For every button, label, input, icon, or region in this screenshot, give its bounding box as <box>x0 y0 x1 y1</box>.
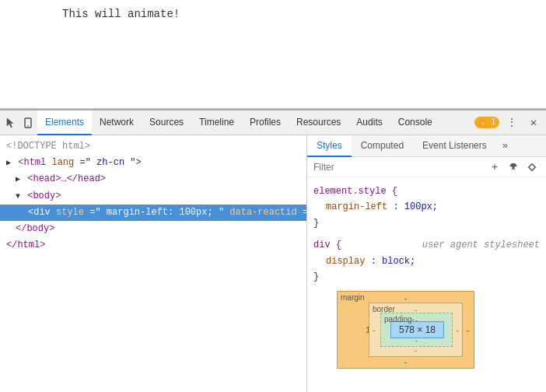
tab-console[interactable]: Console <box>390 110 440 135</box>
margin-bottom-value: - <box>404 357 408 366</box>
dom-line-body-open: ▼ <body> <box>0 188 306 205</box>
style-tab-styles[interactable]: Styles <box>307 135 352 157</box>
style-tab-computed[interactable]: Computed <box>352 135 413 157</box>
margin-right-value: - <box>466 325 469 334</box>
svg-rect-5 <box>529 163 535 170</box>
dom-line-html-close: </html> <box>0 237 306 254</box>
more-options-icon[interactable]: ⋮ <box>504 115 520 131</box>
pin-icon[interactable] <box>506 159 521 175</box>
main-page: This will animate! <box>0 0 546 109</box>
svg-marker-0 <box>7 118 13 128</box>
mobile-icon[interactable] <box>20 115 36 131</box>
html-arrow[interactable]: ▶ <box>6 159 11 167</box>
devtools-tab-bar: Elements Network Sources Timeline Profil… <box>37 110 474 135</box>
styles-panel: Styles Computed Event Listeners » + <box>307 135 546 392</box>
tab-profiles[interactable]: Profiles <box>242 110 289 135</box>
box-model-container: margin - - - 100 border - - - - <box>307 288 546 372</box>
styles-tabs: Styles Computed Event Listeners » <box>307 135 546 157</box>
styles-filter-toolbar: + <box>307 157 546 177</box>
head-arrow[interactable]: ▶ <box>16 175 20 184</box>
style-tab-event-listeners[interactable]: Event Listeners <box>413 135 496 157</box>
diamond-icon[interactable] <box>524 159 540 175</box>
styles-filter-input[interactable] <box>313 162 487 173</box>
box-model: margin - - - 100 border - - - - <box>337 291 474 369</box>
warning-badge: ! 1 <box>474 117 499 128</box>
styles-content: element.style { margin-left : 100px; } d… <box>307 177 546 392</box>
border-left-value: - <box>373 325 376 334</box>
style-rule-div: div { user agent stylesheet display : bl… <box>307 234 546 288</box>
tab-sources[interactable]: Sources <box>142 110 191 135</box>
dom-line-head: ▶ <head>…</head> <box>0 171 306 187</box>
dom-line-div-selected[interactable]: <div style =" margin-left: 100px; " data… <box>0 205 306 221</box>
page-main-text: This will animate! <box>62 8 180 20</box>
close-devtools-icon[interactable]: ✕ <box>526 115 541 131</box>
style-rule-element: element.style { margin-left : 100px; } <box>307 180 546 234</box>
tab-elements[interactable]: Elements <box>37 110 92 135</box>
tab-resources[interactable]: Resources <box>289 110 348 135</box>
warning-count: 1 <box>491 117 495 126</box>
style-tab-more[interactable]: » <box>496 138 514 155</box>
padding-top-value: - <box>415 315 418 324</box>
padding-box: padding- - - 578 × 18 <box>380 313 453 347</box>
dom-line-doctype: <!DOCTYPE html> <box>0 138 306 155</box>
padding-label: padding- <box>384 315 415 324</box>
svg-point-2 <box>27 125 29 127</box>
devtools-body: <!DOCTYPE html> ▶ <html lang =" zh-cn ">… <box>0 135 546 392</box>
tab-timeline[interactable]: Timeline <box>191 110 242 135</box>
dom-panel: <!DOCTYPE html> ▶ <html lang =" zh-cn ">… <box>0 135 307 392</box>
body-arrow[interactable]: ▼ <box>16 192 20 201</box>
padding-bottom-value: - <box>415 335 418 345</box>
tab-audits[interactable]: Audits <box>348 110 390 135</box>
svg-text:!: ! <box>482 121 484 126</box>
border-box: border - - - - padding- - - <box>369 303 463 357</box>
styles-action-icons: + <box>487 159 540 175</box>
dom-line-body-close: </body> <box>0 221 306 237</box>
toolbar-right: ! 1 ⋮ ✕ <box>474 115 543 131</box>
devtools-panel: Elements Network Sources Timeline Profil… <box>0 109 546 392</box>
cursor-icon[interactable] <box>3 115 19 131</box>
add-style-icon[interactable]: + <box>487 159 502 175</box>
tab-network[interactable]: Network <box>92 110 142 135</box>
devtools-toolbar: Elements Network Sources Timeline Profil… <box>0 110 546 135</box>
margin-label: margin <box>341 293 365 302</box>
margin-top-value: - <box>404 293 408 303</box>
border-right-value: - <box>456 325 459 334</box>
margin-box: margin - - - 100 border - - - - <box>337 291 474 369</box>
content-size: 578 × 18 <box>399 324 436 335</box>
dom-line-html: ▶ <html lang =" zh-cn "> <box>0 155 306 171</box>
